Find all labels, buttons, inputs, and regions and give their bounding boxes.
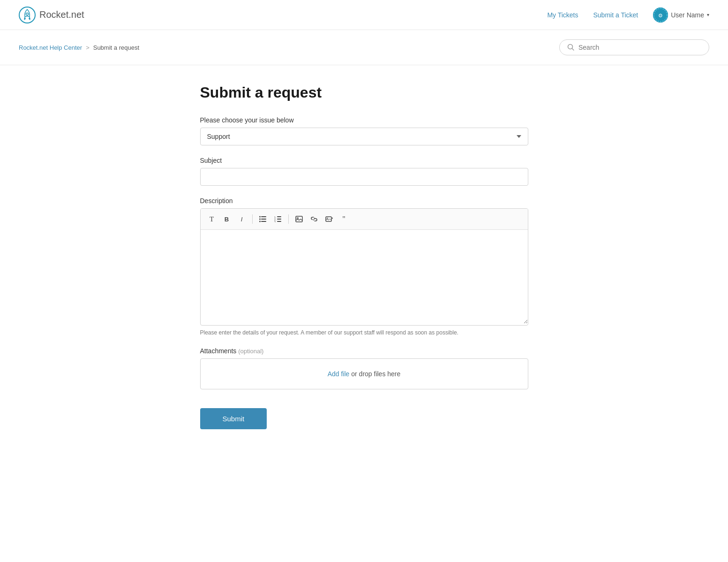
- svg-point-21: [327, 218, 328, 219]
- breadcrumb: Rocket.net Help Center > Submit a reques…: [19, 44, 139, 51]
- svg-text:⚙: ⚙: [658, 13, 663, 18]
- editor-toolbar: T B I: [201, 209, 528, 230]
- search-icon: [567, 44, 575, 51]
- page-title: Submit a request: [200, 84, 528, 101]
- submit-request-form: Please choose your issue below Support B…: [200, 116, 528, 429]
- toolbar-divider-2: [288, 214, 289, 224]
- search-box: [559, 39, 709, 55]
- attachments-group: Attachments (optional) Add file or drop …: [200, 347, 528, 389]
- toolbar-inline-image-button[interactable]: [323, 213, 336, 226]
- svg-rect-20: [326, 217, 331, 221]
- logo-text: Rocket.net: [39, 9, 84, 20]
- description-textarea[interactable]: [201, 230, 528, 324]
- issue-type-group: Please choose your issue below Support B…: [200, 116, 528, 145]
- svg-rect-7: [261, 216, 266, 217]
- svg-rect-11: [261, 221, 266, 222]
- attachments-optional: (optional): [238, 348, 263, 355]
- submit-button[interactable]: Submit: [200, 408, 267, 429]
- svg-point-8: [259, 219, 261, 220]
- description-group: Description T B I: [200, 197, 528, 336]
- header-navigation: My Tickets Submit a Ticket ⚙ User Name ▾: [547, 8, 709, 23]
- subject-label: Subject: [200, 157, 528, 164]
- svg-point-1: [26, 13, 29, 15]
- subject-group: Subject: [200, 157, 528, 186]
- rocket-logo-icon: [19, 7, 36, 23]
- my-tickets-link[interactable]: My Tickets: [547, 11, 578, 19]
- search-input[interactable]: [578, 44, 701, 51]
- toolbar-bold-button[interactable]: B: [220, 213, 233, 226]
- breadcrumb-home-link[interactable]: Rocket.net Help Center: [19, 44, 82, 51]
- svg-point-6: [259, 216, 261, 218]
- issue-select[interactable]: Support Billing Technical Other: [200, 128, 528, 145]
- breadcrumb-separator: >: [86, 44, 90, 51]
- breadcrumb-bar: Rocket.net Help Center > Submit a reques…: [0, 30, 728, 65]
- svg-rect-13: [277, 216, 281, 217]
- attachments-label: Attachments (optional): [200, 347, 528, 355]
- file-drop-zone[interactable]: Add file or drop files here: [200, 358, 528, 389]
- toolbar-link-button[interactable]: [308, 213, 321, 226]
- toolbar-text-button[interactable]: T: [205, 213, 218, 226]
- description-label: Description: [200, 197, 528, 205]
- logo: Rocket.net: [19, 7, 84, 23]
- user-menu-chevron-icon: ▾: [707, 12, 709, 17]
- drop-text: or drop files here: [351, 370, 400, 378]
- submit-ticket-link[interactable]: Submit a Ticket: [593, 11, 638, 19]
- site-header: Rocket.net My Tickets Submit a Ticket ⚙ …: [0, 0, 728, 30]
- toolbar-unordered-list-button[interactable]: [256, 213, 270, 226]
- breadcrumb-current: Submit a request: [93, 44, 139, 51]
- svg-text:3.: 3.: [274, 220, 276, 222]
- svg-rect-17: [277, 221, 281, 222]
- avatar: ⚙: [653, 8, 668, 23]
- toolbar-ordered-list-button[interactable]: 1. 2. 3.: [271, 213, 285, 226]
- main-content: Submit a request Please choose your issu…: [191, 65, 538, 467]
- toolbar-divider-1: [252, 214, 253, 224]
- description-hint: Please enter the details of your request…: [200, 329, 528, 336]
- toolbar-image-button[interactable]: [293, 213, 306, 226]
- user-menu[interactable]: ⚙ User Name ▾: [653, 8, 709, 23]
- add-file-link[interactable]: Add file: [328, 370, 350, 378]
- subject-input[interactable]: [200, 168, 528, 186]
- user-name-label: User Name: [671, 11, 704, 19]
- svg-point-10: [259, 221, 261, 222]
- svg-rect-18: [296, 216, 302, 222]
- toolbar-quote-button[interactable]: ": [338, 213, 351, 226]
- issue-label: Please choose your issue below: [200, 116, 528, 124]
- svg-point-19: [297, 218, 298, 219]
- svg-rect-15: [277, 219, 281, 220]
- description-editor: T B I: [200, 208, 528, 326]
- toolbar-italic-button[interactable]: I: [235, 213, 248, 226]
- svg-rect-9: [261, 219, 266, 220]
